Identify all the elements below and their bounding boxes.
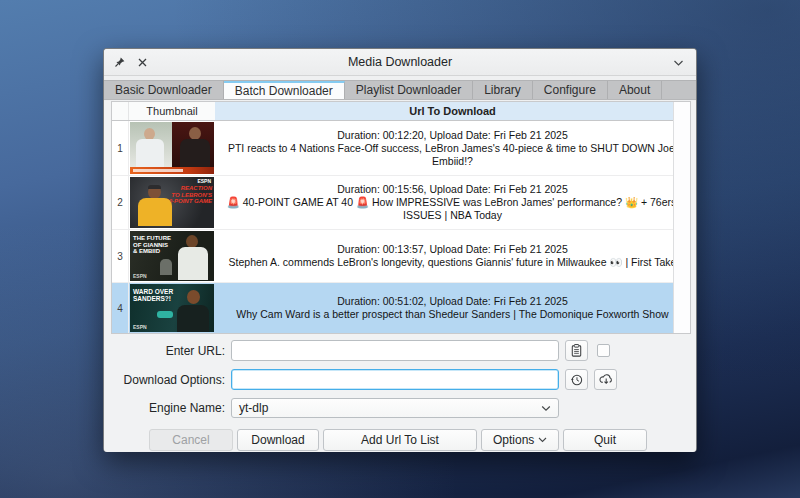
tab-bar-filler — [662, 81, 696, 99]
duration-line: Duration: 00:13:57, Upload Date: Fri Feb… — [337, 243, 568, 256]
app-window: Media Downloader Basic Downloader Batch … — [103, 48, 697, 452]
duration-line: Duration: 00:12:20, Upload Date: Fri Feb… — [337, 129, 568, 142]
table-row[interactable]: 2 ESPN REACTION TO LEBRON'S 40-POINT GAM… — [112, 176, 690, 230]
row-index: 2 — [112, 176, 129, 229]
download-form: Enter URL: Download Options: — [111, 340, 689, 451]
title-line: Stephen A. commends LeBron's longevity, … — [229, 256, 677, 269]
options-button-label: Options — [493, 433, 534, 447]
close-icon[interactable] — [133, 53, 151, 71]
tab-batch-downloader[interactable]: Batch Downloader — [224, 81, 345, 99]
add-url-to-list-button[interactable]: Add Url To List — [323, 429, 477, 451]
title-line: Why Cam Ward is a better prospect than S… — [236, 308, 668, 321]
video-thumbnail: THE FUTURE OF GIANNIS & EMBIID ESPN — [129, 230, 215, 282]
thumbnail-column-header[interactable]: Thumbnail — [129, 102, 215, 120]
video-info: Duration: 00:12:20, Upload Date: Fri Feb… — [215, 121, 690, 175]
table-row[interactable]: 1 Duration: 00:12:20, Upload Date: Fri F… — [112, 121, 690, 176]
video-info: Duration: 00:15:56, Upload Date: Fri Feb… — [215, 176, 690, 229]
download-options-label: Download Options: — [111, 373, 231, 387]
download-options-input[interactable] — [231, 369, 559, 390]
title-line: 🚨 40-POINT GAME AT 40 🚨 How IMPRESSIVE w… — [223, 196, 682, 222]
batch-downloader-page: Thumbnail Url To Download 1 Duration — [104, 101, 696, 452]
thumbnail-ticker-bar — [130, 167, 214, 174]
thumbnail-left-host — [130, 122, 172, 167]
cloud-download-button[interactable] — [594, 369, 617, 390]
tab-bar: Basic Downloader Batch Downloader Playli… — [104, 80, 696, 100]
cancel-button: Cancel — [149, 429, 233, 451]
table-corner-cell — [112, 102, 129, 120]
tab-library[interactable]: Library — [473, 81, 533, 99]
download-list-table: Thumbnail Url To Download 1 Duration — [111, 101, 691, 334]
video-info: Duration: 00:13:57, Upload Date: Fri Feb… — [215, 230, 690, 282]
table-row[interactable]: 3 THE FUTURE OF GIANNIS & EMBIID ESPN Du… — [112, 230, 690, 283]
tab-basic-downloader[interactable]: Basic Downloader — [104, 81, 224, 99]
video-info: Duration: 00:51:02, Upload Date: Fri Feb… — [215, 283, 690, 333]
duration-line: Duration: 00:15:56, Upload Date: Fri Feb… — [337, 183, 568, 196]
table-row-selected[interactable]: 4 WARD OVER SANDERS?! ESPN Duration: 00:… — [112, 283, 690, 333]
espn-logo: ESPN — [133, 273, 147, 279]
engine-name-label: Engine Name: — [111, 401, 231, 415]
enter-url-input[interactable] — [231, 340, 559, 361]
history-clock-button[interactable] — [565, 369, 588, 390]
window-title: Media Downloader — [104, 55, 696, 69]
desktop-background: Media Downloader Basic Downloader Batch … — [0, 0, 800, 498]
thumbnail-right-host — [172, 122, 214, 167]
pin-icon[interactable] — [111, 53, 129, 71]
enter-url-label: Enter URL: — [111, 344, 231, 358]
paste-clipboard-button[interactable] — [565, 340, 588, 361]
action-button-row: Cancel Download Add Url To List Options … — [149, 429, 689, 451]
tab-configure[interactable]: Configure — [533, 81, 608, 99]
row-index: 4 — [112, 283, 129, 333]
chevron-down-icon[interactable] — [669, 54, 687, 72]
quit-button[interactable]: Quit — [563, 429, 647, 451]
engine-select-value: yt-dlp — [239, 401, 268, 415]
table-header-row: Thumbnail Url To Download — [112, 102, 690, 121]
espn-logo: ESPN — [197, 178, 211, 184]
tab-about[interactable]: About — [608, 81, 662, 99]
title-line: PTI reacts to 4 Nations Face-Off success… — [223, 142, 682, 168]
video-thumbnail: WARD OVER SANDERS?! ESPN — [129, 283, 215, 333]
thumbnail-overlay-text: WARD OVER SANDERS?! — [133, 288, 173, 302]
download-button[interactable]: Download — [237, 429, 319, 451]
duration-line: Duration: 00:51:02, Upload Date: Fri Feb… — [337, 295, 568, 308]
options-menu-button[interactable]: Options — [481, 429, 559, 451]
thumbnail-overlay-text: THE FUTURE OF GIANNIS & EMBIID — [133, 235, 171, 255]
row-index: 3 — [112, 230, 129, 282]
tab-playlist-downloader[interactable]: Playlist Downloader — [345, 81, 473, 99]
url-column-header[interactable]: Url To Download — [215, 102, 690, 120]
titlebar[interactable]: Media Downloader — [104, 49, 696, 76]
table-scrollbar-gutter — [673, 102, 690, 333]
chevron-down-icon — [541, 405, 551, 412]
monitor-clipboard-checkbox[interactable] — [597, 344, 610, 357]
video-thumbnail — [129, 121, 215, 175]
engine-select[interactable]: yt-dlp — [231, 398, 559, 418]
chevron-down-icon — [538, 437, 547, 443]
thumbnail-player — [187, 290, 200, 304]
thumbnail-overlay-text: REACTION TO LEBRON'S 40-POINT GAME — [165, 185, 212, 205]
video-thumbnail: ESPN REACTION TO LEBRON'S 40-POINT GAME — [129, 176, 215, 229]
espn-logo: ESPN — [133, 324, 147, 330]
row-index: 1 — [112, 121, 129, 175]
